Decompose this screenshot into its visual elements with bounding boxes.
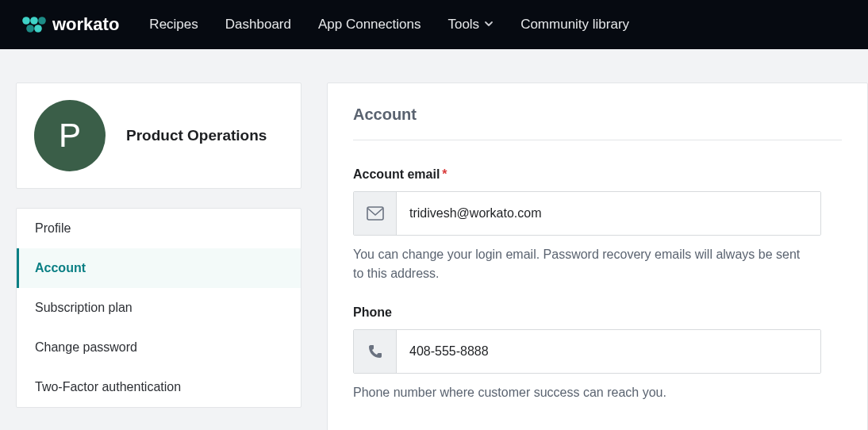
account-panel: Account Account email * You can change y… xyxy=(327,83,868,430)
nav-app-connections[interactable]: App Connections xyxy=(318,17,421,33)
nav-recipes[interactable]: Recipes xyxy=(149,17,198,33)
phone-input-wrap xyxy=(353,329,821,374)
profile-card: P Product Operations xyxy=(16,83,301,189)
email-input-wrap xyxy=(353,191,821,236)
phone-input[interactable] xyxy=(397,330,820,373)
nav-tools[interactable]: Tools xyxy=(447,17,494,33)
required-indicator: * xyxy=(442,167,447,182)
phone-label: Phone xyxy=(353,305,842,320)
brand-logo[interactable]: workato xyxy=(22,14,119,35)
svg-point-2 xyxy=(38,17,46,25)
profile-name: Product Operations xyxy=(126,127,267,144)
envelope-icon xyxy=(354,192,397,235)
svg-point-4 xyxy=(34,25,42,33)
logo-mark-icon xyxy=(22,16,46,33)
section-title: Account xyxy=(353,106,842,140)
chevron-down-icon xyxy=(484,17,494,33)
top-navigation: workato Recipes Dashboard App Connection… xyxy=(0,0,868,49)
phone-help-text: Phone number where customer success can … xyxy=(353,383,813,402)
sidebar-item-profile[interactable]: Profile xyxy=(17,209,301,248)
account-email-label: Account email * xyxy=(353,167,842,182)
email-input[interactable] xyxy=(397,192,820,235)
svg-point-3 xyxy=(26,25,34,33)
email-help-text: You can change your login email. Passwor… xyxy=(353,245,813,283)
svg-point-1 xyxy=(30,17,38,25)
brand-name: workato xyxy=(52,14,119,35)
sidebar-item-subscription-plan[interactable]: Subscription plan xyxy=(17,288,301,328)
sidebar-item-two-factor-authentication[interactable]: Two-Factor authentication xyxy=(17,367,301,407)
phone-icon xyxy=(354,330,397,373)
phone-group: Phone Phone number where customer succes… xyxy=(353,305,842,402)
sidebar-item-change-password[interactable]: Change password xyxy=(17,328,301,367)
nav-dashboard[interactable]: Dashboard xyxy=(225,17,291,33)
nav-community-library[interactable]: Community library xyxy=(520,17,629,33)
avatar-initial: P xyxy=(59,117,81,155)
svg-rect-5 xyxy=(367,207,383,220)
nav-links: Recipes Dashboard App Connections Tools … xyxy=(149,17,629,33)
svg-point-0 xyxy=(22,17,30,25)
avatar: P xyxy=(34,100,106,171)
settings-sidebar: Profile Account Subscription plan Change… xyxy=(16,208,301,408)
sidebar-item-account[interactable]: Account xyxy=(17,248,301,288)
account-email-group: Account email * You can change your logi… xyxy=(353,167,842,283)
